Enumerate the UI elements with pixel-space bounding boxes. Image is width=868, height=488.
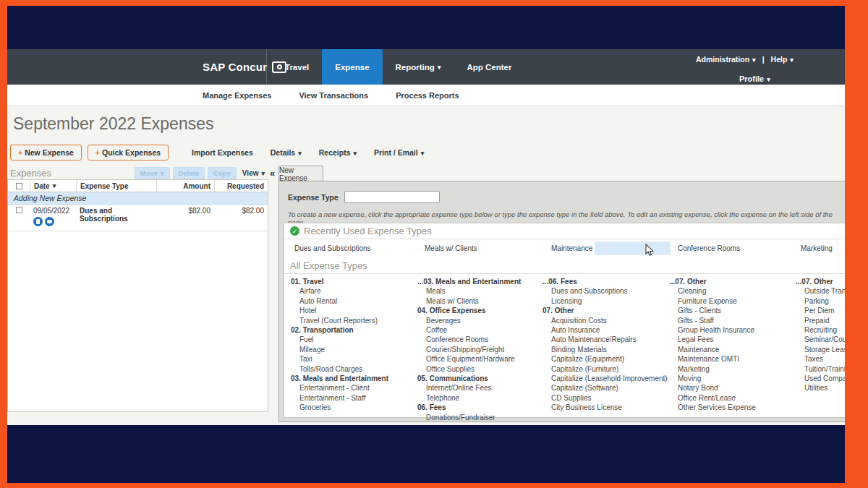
expense-type-item[interactable]: Per Diem	[796, 306, 845, 315]
expense-type-item[interactable]: Auto Rental	[291, 296, 415, 306]
expense-type-item[interactable]: Courier/Shipping/Freight	[417, 345, 542, 354]
administration-menu[interactable]: Administration	[696, 55, 756, 64]
expense-type-item[interactable]: Outside Transcription Se	[796, 286, 845, 296]
expense-type-item[interactable]: Used Company Funds f	[796, 374, 845, 383]
expense-type-item[interactable]: Notary Bond	[669, 383, 793, 393]
comment-icon[interactable]	[45, 217, 54, 226]
expense-type-item[interactable]: Storage Lease	[796, 345, 845, 354]
column-header-expense-type[interactable]: Expense Type	[76, 180, 156, 192]
details-menu[interactable]: Details	[271, 148, 302, 157]
expense-type-item[interactable]: Tolls/Road Charges	[291, 364, 415, 374]
expense-type-item[interactable]: Taxi	[291, 354, 415, 364]
expense-type-item[interactable]: Cleaning	[669, 286, 793, 296]
expense-type-item[interactable]: Licensing	[542, 296, 667, 306]
move-button[interactable]: Move	[135, 167, 170, 179]
recent-expense-type[interactable]: Maintenance	[551, 244, 592, 252]
expense-type-item[interactable]: Capitalize (Furniture)	[542, 364, 667, 374]
profile-avatar-icon[interactable]	[777, 72, 793, 86]
column-header-amount[interactable]: Amount	[156, 180, 214, 192]
expense-type-item[interactable]: Parking	[796, 296, 845, 306]
recently-used-row: Dues and SubscriptionsMeals w/ ClientsMa…	[284, 239, 845, 258]
expense-type-item[interactable]: Meals w/ Clients	[417, 296, 542, 306]
expense-type-item[interactable]: Hotel	[291, 306, 415, 315]
expense-type-item[interactable]: City Business License	[542, 403, 667, 412]
select-all-checkbox[interactable]	[16, 183, 22, 189]
expense-type-item[interactable]: Legal Fees	[669, 335, 793, 344]
expense-type-item[interactable]: Entertainment - Staff	[291, 393, 415, 403]
new-expense-button[interactable]: +New Expense	[10, 145, 82, 160]
caret-down-icon	[421, 150, 425, 157]
expense-type-item[interactable]: Binding Materials	[542, 345, 667, 354]
expense-type-item[interactable]: Donations/Fundraiser	[417, 413, 542, 422]
expense-type-item[interactable]: Group Health Insurance	[669, 325, 793, 335]
view-menu[interactable]: View	[242, 169, 265, 177]
expense-type-item[interactable]: Meals	[417, 286, 542, 296]
expense-type-item[interactable]: Gifts - Staff	[669, 316, 793, 325]
expense-type-item[interactable]: Office Rent/Lease	[669, 393, 793, 403]
expense-row[interactable]: 09/05/2022 Dues and Subscriptions $82.00…	[8, 205, 268, 231]
expense-type-item[interactable]: Capitalize (Software)	[542, 383, 667, 393]
expense-type-item[interactable]: Office Equipment/Hardware	[417, 354, 542, 364]
expense-type-item[interactable]: Capitalize (Leasehold Improvement)	[542, 374, 667, 383]
import-expenses-link[interactable]: Import Expenses	[192, 148, 253, 157]
nav-item-reporting[interactable]: Reporting	[383, 49, 454, 85]
print-email-menu[interactable]: Print / Email	[374, 148, 424, 157]
expense-type-item[interactable]: Prepaid	[796, 316, 845, 325]
expense-type-item[interactable]: Recruiting	[796, 325, 845, 335]
copy-button[interactable]: Copy	[208, 167, 237, 179]
row-checkbox[interactable]	[16, 207, 22, 213]
help-menu[interactable]: Help	[771, 55, 793, 64]
recent-expense-type[interactable]: Conference Rooms	[678, 244, 740, 252]
expenses-panel-header: Expenses Move Delete Copy View	[7, 166, 268, 179]
nav-divider	[266, 49, 267, 85]
expense-type-item[interactable]: Maintenance	[669, 345, 793, 354]
expense-type-item[interactable]: Travel (Court Reporters)	[291, 316, 415, 325]
column-header-requested[interactable]: Requested	[214, 180, 268, 192]
recent-expense-type[interactable]: Dues and Subscriptions	[294, 244, 371, 252]
expense-type-item[interactable]: Groceries	[291, 403, 415, 412]
expense-type-item[interactable]: Auto Maintenance/Repairs	[542, 335, 667, 344]
expense-type-item[interactable]: Fuel	[291, 335, 415, 344]
expense-type-item[interactable]: Entertainment - Client	[291, 383, 415, 393]
expense-type-input[interactable]	[344, 191, 440, 203]
quick-expenses-button[interactable]: +Quick Expenses	[88, 145, 169, 160]
expense-type-item[interactable]: Acquisition Costs	[542, 316, 667, 325]
nav-item-expense[interactable]: Expense	[322, 49, 382, 85]
subnav-item-process-reports[interactable]: Process Reports	[396, 91, 459, 100]
expense-type-item[interactable]: Auto Insurance	[542, 325, 667, 335]
profile-menu[interactable]: Profile	[739, 74, 770, 83]
expense-type-item[interactable]: Marketing	[669, 364, 793, 374]
expense-type-item[interactable]: Other Services Expense	[669, 403, 793, 412]
receipt-icon[interactable]	[33, 217, 43, 226]
expense-type-item[interactable]: Tuition/Training Reimbu	[796, 364, 845, 374]
expense-type-item[interactable]: Capitalize (Equipment)	[542, 354, 667, 364]
nav-item-travel[interactable]: Travel	[272, 49, 322, 85]
expense-type-item[interactable]: Moving	[669, 374, 793, 383]
recent-expense-type[interactable]: Meals w/ Clients	[425, 244, 477, 252]
subnav-item-manage-expenses[interactable]: Manage Expenses	[203, 91, 271, 100]
expense-type-item[interactable]: CD Supplies	[542, 393, 667, 403]
expense-type-item[interactable]: Maintenance OMTI	[669, 354, 793, 364]
expense-type-item[interactable]: Taxes	[796, 354, 845, 364]
expense-type-item[interactable]: Internet/Online Fees	[417, 383, 542, 393]
nav-item-app-center[interactable]: App Center	[454, 49, 524, 85]
expense-type-item[interactable]: Gifts - Clients	[669, 306, 793, 315]
column-header-date[interactable]: Date	[30, 180, 76, 192]
expense-type-item[interactable]: Conference Rooms	[417, 335, 542, 344]
expense-type-item[interactable]: Telephone	[417, 393, 542, 403]
delete-button[interactable]: Delete	[173, 167, 205, 179]
expense-type-item[interactable]: Dues and Subscriptions	[542, 286, 667, 296]
receipts-menu[interactable]: Receipts	[319, 148, 357, 157]
expense-type-item[interactable]: Mileage	[291, 345, 415, 354]
expense-type-item[interactable]: Seminar/Course Fees	[796, 335, 845, 344]
subnav-item-view-transactions[interactable]: View Transactions	[299, 91, 368, 100]
new-expense-tab[interactable]: New Expense	[278, 166, 323, 181]
expense-type-item[interactable]: Coffee	[417, 325, 542, 335]
expense-type-item[interactable]: Furniture Expense	[669, 296, 793, 306]
expense-type-item[interactable]: Airfare	[291, 286, 415, 296]
expense-type-item[interactable]: Office Supplies	[417, 364, 542, 374]
collapse-panel-icon[interactable]: «	[270, 168, 275, 179]
expense-type-item[interactable]: Beverages	[417, 316, 542, 325]
expense-type-item[interactable]: Utilities	[796, 383, 845, 393]
recent-expense-type[interactable]: Marketing	[801, 244, 833, 252]
